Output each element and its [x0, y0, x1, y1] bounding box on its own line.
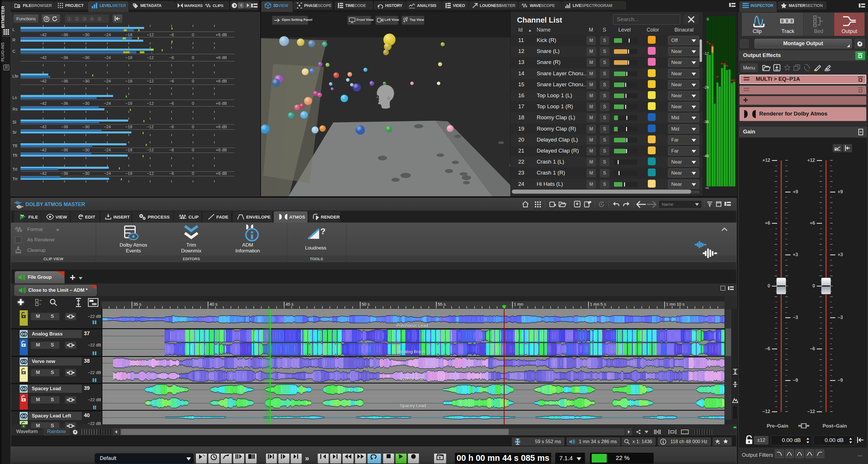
svg-text:?: ? — [320, 226, 326, 236]
